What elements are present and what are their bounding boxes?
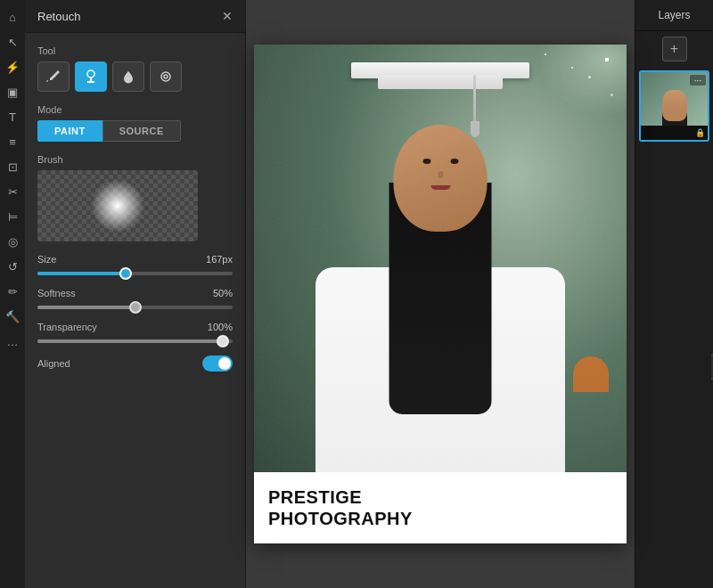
mode-buttons-group: PAINT SOURCE	[37, 120, 181, 142]
transparency-slider-track[interactable]	[37, 339, 233, 343]
retouch-panel: Retouch ✕ Tool	[25, 0, 246, 588]
patch-tool-btn[interactable]	[150, 61, 182, 92]
wand-icon[interactable]: 🔨	[3, 306, 22, 326]
toggle-knob	[218, 357, 231, 370]
softness-slider-fill	[37, 306, 135, 309]
panel-title: Retouch	[37, 10, 80, 23]
aligned-label: Aligned	[37, 358, 70, 369]
watermark: PRESTIGE PHOTOGRAPHY	[254, 472, 627, 543]
left-toolbar: ⌂ ↖ ⚡ ▣ T ≡ ⊡ ✂ ⊨ ◎ ↺ ✏ 🔨 …	[0, 0, 25, 588]
layer-item[interactable]: ··· 🔒	[639, 70, 709, 142]
size-label: Size	[37, 254, 56, 265]
transparency-value: 100%	[208, 322, 233, 332]
transparency-label: Transparency	[37, 322, 97, 332]
image-container: PRESTIGE PHOTOGRAPHY	[254, 45, 627, 543]
transparency-slider-row: Transparency 100%	[37, 322, 233, 343]
layers-title: Layers	[635, 0, 713, 31]
aligned-row: Aligned	[37, 355, 233, 372]
panel-header: Retouch ✕	[25, 0, 245, 33]
text-tool-icon[interactable]: T	[3, 107, 22, 127]
arrow-tool-icon[interactable]: ↖	[3, 32, 22, 52]
more-tools-icon[interactable]: …	[3, 331, 22, 351]
svg-point-0	[87, 70, 94, 78]
stamp-tool-btn[interactable]	[75, 61, 107, 92]
lines-icon[interactable]: ≡	[3, 132, 22, 151]
aligned-toggle[interactable]	[202, 355, 233, 372]
layers-panel: Layers + ··· 🔒 ›	[635, 0, 713, 588]
size-slider-thumb[interactable]	[119, 267, 132, 280]
lock-icon: 🔒	[695, 128, 705, 137]
pen-icon[interactable]: ✏	[3, 282, 22, 301]
source-mode-btn[interactable]: SOURCE	[102, 120, 181, 142]
mode-label: Mode	[37, 104, 233, 115]
size-value: 167px	[206, 254, 233, 265]
softness-label: Softness	[37, 288, 76, 298]
layer-thumb-face	[662, 90, 687, 121]
circle-icon[interactable]: ◎	[3, 232, 22, 251]
softness-slider-thumb[interactable]	[129, 301, 142, 314]
softness-value: 50%	[213, 288, 233, 298]
size-slider-fill	[37, 272, 126, 275]
graduation-photo	[254, 45, 627, 472]
layer-thumbnail: ···	[641, 72, 709, 126]
tassel-end	[471, 121, 479, 137]
photo-content	[254, 45, 627, 472]
cap-band	[378, 75, 503, 89]
svg-point-3	[161, 72, 170, 81]
layer-bottom-bar: 🔒	[641, 126, 708, 140]
drop-tool-btn[interactable]	[112, 61, 144, 92]
layer-more-button[interactable]: ···	[690, 75, 706, 86]
mode-section: Mode PAINT SOURCE	[37, 104, 233, 142]
add-layer-button[interactable]: +	[662, 37, 687, 61]
sparkle3	[571, 67, 573, 69]
nose	[438, 171, 443, 178]
brush-preview	[37, 170, 198, 241]
panel-body: Tool	[25, 33, 245, 588]
size-slider-track[interactable]	[37, 272, 233, 275]
transparency-slider-thumb[interactable]	[217, 335, 229, 347]
adjust-icon[interactable]: ⊨	[3, 207, 22, 226]
sparkle4	[611, 94, 613, 96]
layers-collapse-area: ›	[635, 145, 713, 588]
svg-point-4	[164, 75, 168, 78]
close-button[interactable]: ✕	[222, 9, 233, 23]
transparency-slider-fill	[37, 339, 223, 343]
watermark-line2: PHOTOGRAPHY	[268, 508, 612, 529]
sparkle2	[588, 76, 591, 78]
lightning-icon[interactable]: ⚡	[3, 57, 22, 77]
scissors-icon[interactable]: ✂	[3, 182, 22, 201]
softness-slider-header: Softness 50%	[37, 288, 233, 298]
tool-label: Tool	[37, 45, 233, 56]
tool-section: Tool	[37, 45, 233, 92]
softness-slider-track[interactable]	[37, 306, 233, 309]
orange-accent	[573, 356, 609, 392]
svg-rect-2	[87, 81, 94, 83]
crop-icon[interactable]: ⊡	[3, 157, 22, 176]
mouth	[430, 185, 450, 190]
brush-tool-btn[interactable]	[37, 61, 70, 92]
softness-slider-row: Softness 50%	[37, 288, 233, 309]
canvas-area[interactable]: PRESTIGE PHOTOGRAPHY	[246, 0, 635, 588]
frame-icon[interactable]: ▣	[3, 82, 22, 102]
right-eye	[450, 159, 458, 164]
transparency-slider-header: Transparency 100%	[37, 322, 233, 332]
sparkle1	[605, 58, 609, 61]
brush-section: Brush	[37, 154, 233, 241]
sparkle5	[545, 53, 546, 55]
spiral-icon[interactable]: ↺	[3, 257, 22, 276]
paint-mode-btn[interactable]: PAINT	[37, 120, 102, 142]
size-slider-header: Size 167px	[37, 254, 233, 265]
tassel-string	[473, 75, 476, 137]
size-slider-row: Size 167px	[37, 254, 233, 275]
left-eye	[422, 159, 430, 164]
head	[394, 125, 488, 232]
brush-glow	[91, 179, 144, 233]
home-icon[interactable]: ⌂	[3, 7, 22, 27]
watermark-line1: PRESTIGE	[268, 486, 612, 508]
eyes	[394, 159, 488, 164]
tool-buttons-group	[37, 61, 233, 92]
brush-label: Brush	[37, 154, 233, 165]
